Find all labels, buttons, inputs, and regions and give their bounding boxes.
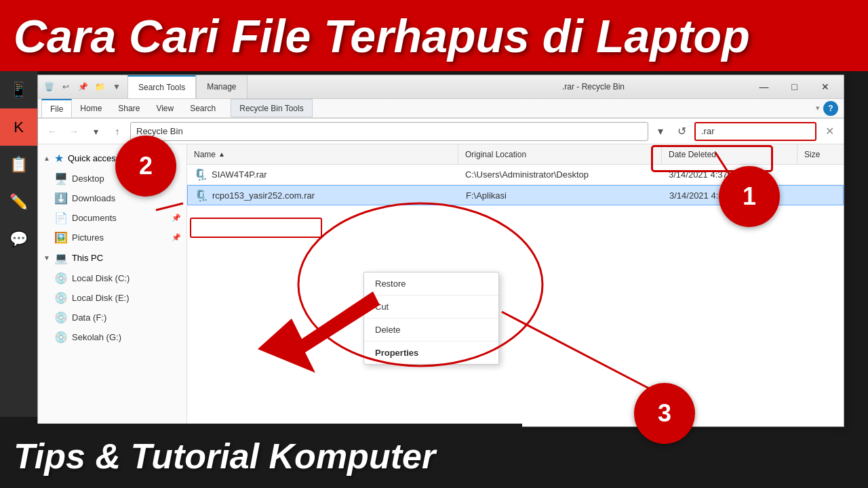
sidebar-item-documents[interactable]: 📄 Documents 📌	[38, 208, 186, 228]
sidebar-this-pc-header[interactable]: ▼ 💻 This PC	[38, 247, 186, 268]
title-bar-icons: 🗑️ ↩ 📌 📁 ▼	[38, 79, 127, 94]
explorer-window: 🗑️ ↩ 📌 📁 ▼ Search Tools Manage .rar - Re…	[37, 75, 844, 427]
this-pc-label: This PC	[72, 253, 103, 263]
search-clear-button[interactable]: ✕	[821, 123, 838, 140]
refresh-button[interactable]: ↺	[673, 123, 690, 140]
title-text: Cara Cari File Terhapus di Laptop	[14, 9, 750, 62]
context-menu: Restore Cut Delete Properties	[363, 272, 499, 365]
file-name-1: 🗜️ rcpo153_yasir252.com.rar	[188, 186, 459, 205]
tab-search[interactable]: Search	[182, 99, 224, 117]
this-pc-icon: 💻	[54, 251, 68, 264]
file-location-0: C:\Users\Administrator\Desktop	[458, 165, 662, 184]
tab-view[interactable]: View	[148, 99, 182, 117]
app-icon-2: K	[0, 108, 37, 146]
sidebar-item-pictures[interactable]: 🖼️ Pictures 📌	[38, 228, 186, 247]
quick-access-arrow: ▲	[43, 155, 50, 162]
this-pc-arrow: ▼	[43, 254, 50, 262]
back-button[interactable]: ←	[43, 123, 61, 140]
title-bar-tabs: Search Tools Manage	[127, 75, 438, 98]
col-location[interactable]: Original Location	[458, 144, 662, 164]
column-headers: Name ▲ Original Location Date Deleted Si…	[187, 144, 844, 165]
recycle-bin-icon: 🗑️	[41, 79, 56, 94]
annotation-3: 3	[634, 383, 695, 444]
drive-f-icon: 💿	[54, 311, 68, 324]
annotation-2: 2	[115, 136, 176, 197]
sidebar-item-downloads[interactable]: ⬇️ Downloads	[38, 188, 186, 208]
dropdown-arrow-icon: ▼	[109, 79, 124, 94]
file-icon-0: 🗜️	[194, 168, 208, 181]
col-name[interactable]: Name ▲	[187, 144, 458, 164]
address-input[interactable]	[130, 122, 648, 141]
col-size[interactable]: Size	[797, 144, 844, 164]
context-cut[interactable]: Cut	[364, 296, 498, 319]
undo-icon: ↩	[58, 79, 73, 94]
quick-access-icon: ★	[54, 152, 64, 165]
pin-icon-pictures: 📌	[172, 233, 181, 242]
tab-file[interactable]: File	[41, 99, 72, 117]
left-app-bar: 📱 K 📋 ✏️ 💬	[0, 71, 37, 417]
sidebar-item-drive-f[interactable]: 💿 Data (F:)	[38, 308, 186, 327]
bottom-text: Tips & Tutorial Komputer	[14, 436, 435, 476]
dropdown-nav-button[interactable]: ▾	[87, 123, 104, 140]
app-icon-4: ✏️	[0, 183, 37, 220]
up-button[interactable]: ↑	[108, 123, 126, 140]
app-icon-5: 💬	[0, 220, 37, 258]
minimize-button[interactable]: —	[749, 77, 779, 97]
pin-icon: 📌	[75, 79, 90, 94]
ribbon-tabs: File Home Share View Search Recycle Bin …	[38, 99, 844, 118]
tab-home[interactable]: Home	[72, 99, 110, 117]
context-restore[interactable]: Restore	[364, 272, 498, 296]
downloads-icon: ⬇️	[54, 192, 68, 205]
quick-access-label: Quick access	[68, 153, 120, 163]
documents-icon: 📄	[54, 211, 68, 224]
context-properties[interactable]: Properties	[364, 342, 498, 364]
help-button[interactable]: ?	[823, 101, 838, 116]
pictures-icon: 🖼️	[54, 231, 68, 244]
file-icon-1: 🗜️	[195, 189, 208, 202]
drive-g-icon: 💿	[54, 331, 68, 344]
search-input[interactable]	[694, 122, 816, 141]
close-button[interactable]: ✕	[810, 77, 840, 97]
pin-icon-documents: 📌	[172, 214, 181, 222]
maximize-button[interactable]: □	[779, 77, 810, 97]
annotation-1: 1	[719, 166, 780, 227]
sort-arrow-name: ▲	[218, 150, 225, 158]
tab-share[interactable]: Share	[110, 99, 148, 117]
file-size-1	[798, 186, 844, 205]
app-icon-1: 📱	[0, 71, 37, 108]
file-location-1: F:\Aplikasi	[459, 186, 663, 205]
window-controls: — □ ✕	[749, 77, 844, 97]
window-title: .rar - Recycle Bin	[438, 82, 749, 92]
manage-tab[interactable]: Manage	[196, 75, 247, 98]
title-banner: Cara Cari File Terhapus di Laptop	[0, 0, 868, 71]
folder-icon: 📁	[92, 79, 107, 94]
col-date[interactable]: Date Deleted	[662, 144, 797, 164]
app-icon-3: 📋	[0, 146, 37, 183]
sidebar-item-drive-c[interactable]: 💿 Local Disk (C:)	[38, 268, 186, 288]
file-size-0	[797, 165, 844, 184]
drive-c-icon: 💿	[54, 272, 68, 285]
sidebar-item-drive-g[interactable]: 💿 Sekolah (G:)	[38, 327, 186, 347]
ribbon: File Home Share View Search Recycle Bin …	[38, 99, 844, 119]
context-delete[interactable]: Delete	[364, 319, 498, 342]
ribbon-help: ▾ ?	[816, 101, 844, 116]
sidebar-item-drive-e[interactable]: 💿 Local Disk (E:)	[38, 288, 186, 308]
search-tools-tab[interactable]: Search Tools	[127, 75, 196, 98]
tab-recycle-bin-tools[interactable]: Recycle Bin Tools	[231, 99, 313, 117]
bottom-banner: Tips & Tutorial Komputer	[0, 424, 522, 488]
dropdown-chevron[interactable]: ▾	[816, 104, 820, 113]
address-dropdown-button[interactable]: ▾	[652, 122, 669, 141]
forward-button[interactable]: →	[65, 123, 83, 140]
drive-e-icon: 💿	[54, 291, 68, 304]
desktop-icon: 🖥️	[54, 172, 68, 185]
title-bar: 🗑️ ↩ 📌 📁 ▼ Search Tools Manage .rar - Re…	[38, 75, 844, 99]
file-name-0: 🗜️ SIAW4T4P.rar	[187, 165, 458, 184]
